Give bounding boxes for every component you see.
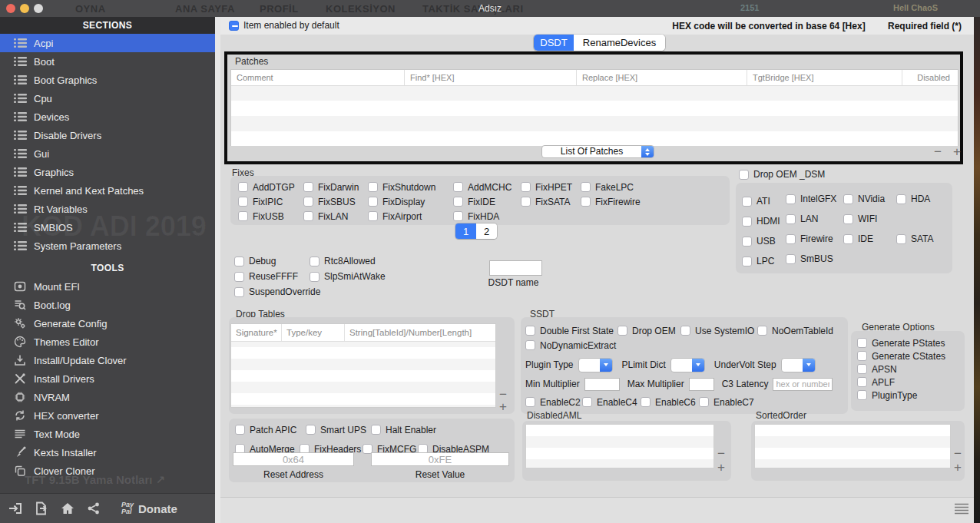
checkbox-aplf[interactable]: APLF [857, 377, 895, 388]
sidebar-item-boot[interactable]: Boot [0, 52, 215, 71]
add-table-button[interactable]: + [499, 402, 507, 412]
column-header-find-hex[interactable]: Find* [HEX] [405, 70, 577, 85]
tool-item-generate-config[interactable]: Generate Config [0, 314, 215, 333]
checkbox-enablec2[interactable]: EnableC2 [525, 397, 581, 408]
reset-value-input[interactable] [371, 452, 509, 466]
sidebar-item-disable-drivers[interactable]: Disable Drivers [0, 126, 215, 144]
column-header-replace-hex[interactable]: Replace [HEX] [577, 70, 747, 85]
checkbox-enablec6[interactable]: EnableC6 [641, 397, 696, 408]
checkbox-smart-ups[interactable]: Smart UPS [306, 425, 366, 435]
checkbox-fixipic[interactable]: FixIPIC [238, 197, 283, 207]
checkbox-fixide[interactable]: FixIDE [453, 197, 495, 207]
import-icon[interactable] [8, 501, 23, 515]
tool-item-boot-log[interactable]: Boot.log [0, 296, 215, 314]
column-header-comment[interactable]: Comment [231, 70, 405, 85]
checkbox-adddtgp[interactable]: AddDTGP [238, 182, 295, 193]
checkbox-fakelpc[interactable]: FakeLPC [581, 182, 634, 193]
checkbox-wifi[interactable]: WIFI [843, 214, 877, 224]
dropdown-undervolt-step[interactable] [781, 358, 816, 372]
checkbox-lpc[interactable]: LPC [742, 256, 774, 266]
dropdown-plimit-dict[interactable] [670, 358, 705, 372]
page-1-button[interactable]: 1 [455, 223, 476, 239]
checkbox-generate-pstates[interactable]: Generate PStates [857, 338, 945, 349]
tool-item-mount-efi[interactable]: Mount EFI [0, 277, 215, 296]
checkbox-sata[interactable]: SATA [896, 233, 934, 244]
checkbox-fixsata[interactable]: FixSATA [521, 197, 571, 207]
tool-item-hex-converter[interactable]: HEX converter [0, 406, 215, 425]
checkbox-ide[interactable]: IDE [843, 233, 873, 244]
checkbox-enablec4[interactable]: EnableC4 [582, 397, 637, 408]
sidebar-item-cpu[interactable]: Cpu [0, 89, 215, 108]
checkbox-slpsmiatwake[interactable]: SlpSmiAtWake [310, 271, 386, 282]
patches-table[interactable]: CommentFind* [HEX]Replace [HEX]TgtBridge… [230, 69, 958, 146]
input-min-multiplier[interactable] [584, 378, 620, 391]
checkbox-hda[interactable]: HDA [896, 194, 930, 204]
remove-table-button[interactable]: − [499, 389, 507, 400]
column-header-string-tableid-number-length[interactable]: String[TableId]/Number[Length] [345, 324, 495, 341]
donate-button[interactable]: PayPal Donate [121, 501, 177, 515]
export-icon[interactable] [34, 501, 49, 515]
checkbox-plugintype[interactable]: PluginType [857, 390, 917, 401]
checkbox-usb[interactable]: USB [742, 236, 776, 247]
sidebar-item-graphics[interactable]: Graphics [0, 163, 215, 181]
tool-item-nvram[interactable]: NVRAM [0, 388, 215, 406]
share-icon[interactable] [86, 501, 101, 515]
checkbox-fixhda[interactable]: FixHDA [453, 211, 499, 222]
column-header-type-key[interactable]: Type/key [282, 324, 345, 341]
sidebar-item-smbios[interactable]: SMBIOS [0, 218, 215, 237]
checkbox-nodynamicextract[interactable]: NoDynamicExtract [525, 340, 616, 351]
remove-patch-button[interactable]: − [934, 147, 942, 157]
checkbox-nooemtableid[interactable]: NoOemTableId [757, 326, 833, 336]
remove-aml-button[interactable]: − [717, 449, 725, 459]
checkbox-fixdisplay[interactable]: FixDisplay [368, 197, 425, 207]
reset-address-input[interactable] [233, 452, 354, 466]
checkbox-addmchc[interactable]: AddMCHC [453, 182, 512, 193]
checkbox-fixshutdown[interactable]: FixShutdown [368, 182, 435, 193]
sidebar-item-rt-variables[interactable]: Rt Variables [0, 200, 215, 218]
checkbox-fixdarwin[interactable]: FixDarwin [303, 182, 359, 193]
sidebar-item-boot-graphics[interactable]: Boot Graphics [0, 71, 215, 89]
tab-renamedevices[interactable]: RenameDevices [574, 35, 665, 51]
add-aml-button[interactable]: + [717, 462, 725, 473]
checkbox-patch-apic[interactable]: Patch APIC [235, 425, 296, 435]
tab-dsdt[interactable]: DSDT [534, 35, 574, 51]
add-patch-button[interactable]: + [953, 147, 961, 157]
checkbox-nvidia[interactable]: NVidia [843, 194, 885, 204]
disabled-aml-list[interactable] [525, 424, 714, 468]
tool-item-themes-editor[interactable]: Themes Editor [0, 333, 215, 351]
checkbox-hdmi[interactable]: HDMI [742, 216, 780, 227]
checkbox-generate-cstates[interactable]: Generate CStates [857, 351, 945, 362]
dsdt-name-input[interactable] [489, 260, 542, 276]
checkbox-enablec7[interactable]: EnableC7 [699, 397, 754, 408]
checkbox-apsn[interactable]: APSN [857, 364, 897, 375]
list-of-patches-dropdown[interactable]: List Of Patches [541, 145, 654, 158]
input-max-multiplier[interactable] [689, 378, 714, 391]
column-header-signature[interactable]: Signature* [231, 324, 282, 341]
checkbox-fixfirewire[interactable]: FixFirewire [581, 197, 641, 207]
checkbox-firewire[interactable]: Firewire [786, 233, 833, 244]
remove-sorted-button[interactable]: − [954, 449, 962, 459]
sidebar-item-kernel-and-kext-patches[interactable]: Kernel and Kext Patches [0, 181, 215, 200]
checkbox-ati[interactable]: ATI [742, 196, 770, 207]
tool-item-install-update-clover[interactable]: Install/Update Clover [0, 351, 215, 369]
home-icon[interactable] [60, 501, 75, 515]
checkbox-double-first-state[interactable]: Double First State [525, 326, 614, 336]
checkbox-fixhpet[interactable]: FixHPET [521, 182, 572, 193]
tool-item-clover-cloner[interactable]: Clover Cloner [0, 462, 215, 480]
tool-item-install-drivers[interactable]: Install Drivers [0, 369, 215, 388]
add-sorted-button[interactable]: + [954, 462, 962, 473]
tool-item-kexts-installer[interactable]: Kexts Installer [0, 443, 215, 462]
checkbox-item-enabled-by-default[interactable]: Item enabled by default [229, 20, 339, 31]
sidebar-item-gui[interactable]: Gui [0, 144, 215, 163]
checkbox-fixsbus[interactable]: FixSBUS [303, 197, 356, 207]
checkbox-lan[interactable]: LAN [786, 214, 818, 224]
tool-item-text-mode[interactable]: Text Mode [0, 425, 215, 443]
sidebar-item-devices[interactable]: Devices [0, 108, 215, 126]
input-c3-latency[interactable] [773, 378, 833, 391]
dropdown-plugin-type[interactable] [578, 358, 613, 372]
column-header-tgtbridge-hex[interactable]: TgtBridge [HEX] [747, 70, 902, 85]
drop-tables-table[interactable]: Signature*Type/keyString[TableId]/Number… [230, 323, 496, 408]
checkbox-use-systemio[interactable]: Use SystemIO [680, 326, 754, 336]
column-header-disabled[interactable]: Disabled [902, 70, 958, 85]
checkbox-rtc8allowed[interactable]: Rtc8Allowed [310, 256, 376, 266]
